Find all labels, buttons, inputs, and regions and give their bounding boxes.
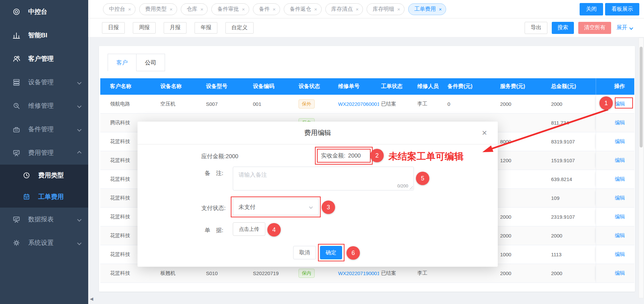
search-button[interactable]: 搜索 bbox=[552, 22, 574, 34]
order-no-link[interactable]: WX202207060001 bbox=[338, 101, 379, 107]
vertical-scrollbar-thumb[interactable] bbox=[640, 47, 643, 147]
table-cell: 已结案 bbox=[379, 270, 413, 276]
cell-actions: 编辑 bbox=[596, 208, 634, 226]
period-button-周报[interactable]: 周报 bbox=[133, 22, 156, 34]
chevron-down-icon bbox=[77, 127, 82, 132]
table-cell: 2000 bbox=[491, 270, 543, 276]
table-cell: 2000 bbox=[491, 233, 543, 238]
sidebar-item-智能BI[interactable]: 智能BI bbox=[0, 24, 88, 47]
period-button-月报[interactable]: 月报 bbox=[164, 22, 186, 34]
confirm-button[interactable]: 确定 bbox=[320, 246, 342, 259]
upload-button[interactable]: 点击上传 bbox=[233, 222, 265, 236]
close-tab-icon[interactable]: × bbox=[201, 6, 204, 12]
horizontal-scroll-left-arrow[interactable]: ◀ bbox=[90, 296, 93, 301]
cell-device-status: 保外 bbox=[297, 99, 335, 108]
tab-客户[interactable]: 客户 bbox=[108, 54, 137, 71]
received-amount-field[interactable]: 实收金额: 2000 bbox=[317, 149, 371, 163]
expand-link[interactable]: 展开 bbox=[616, 24, 633, 31]
edit-link[interactable]: 编辑 bbox=[615, 157, 625, 164]
cell-actions: 编辑 bbox=[596, 114, 634, 132]
close-tab-icon[interactable]: × bbox=[128, 6, 131, 12]
annotation-circle-5: 5 bbox=[416, 172, 429, 185]
table-cell: 2000 bbox=[543, 233, 596, 238]
table-cell: 1113 bbox=[543, 252, 596, 257]
table-cell: 2000 bbox=[543, 101, 596, 107]
sidebar-item-费用管理[interactable]: 费用管理 bbox=[0, 141, 88, 165]
export-button[interactable]: 导出 bbox=[525, 22, 547, 34]
edit-link[interactable]: 编辑 bbox=[615, 214, 625, 220]
sidebar-item-客户管理[interactable]: 客户管理 bbox=[0, 47, 88, 71]
close-tab-icon[interactable]: × bbox=[397, 6, 400, 12]
close-button[interactable]: 关闭 bbox=[580, 3, 603, 15]
table-cell: 1519.9107 bbox=[543, 158, 596, 163]
table-cell: 花篮科技 bbox=[100, 270, 153, 276]
page-tab-备件[interactable]: 备件× bbox=[253, 3, 280, 15]
edit-link[interactable]: 编辑 bbox=[615, 120, 625, 126]
sidebar-item-备件管理[interactable]: 备件管理 bbox=[0, 118, 88, 141]
close-tab-icon[interactable]: × bbox=[356, 6, 359, 12]
close-icon[interactable]: × bbox=[482, 128, 487, 137]
payable-amount-label: 应付金额:2000 bbox=[201, 153, 238, 160]
order-no-link[interactable]: WX202207190001 bbox=[338, 270, 379, 276]
page-tab-库存清点[interactable]: 库存清点× bbox=[325, 3, 363, 15]
close-tab-icon[interactable]: × bbox=[439, 6, 442, 12]
clear-all-button[interactable]: 清空所有 bbox=[578, 22, 611, 34]
sidebar-item-中控台[interactable]: 中控台 bbox=[0, 0, 88, 24]
table-cell: 李工 bbox=[413, 270, 443, 276]
sidebar-item-工单费用[interactable]: 工单费用 bbox=[0, 186, 88, 208]
sidebar-item-维修管理[interactable]: 维修管理 bbox=[0, 94, 88, 118]
edit-link[interactable]: 编辑 bbox=[615, 176, 625, 182]
cell-actions: 编辑 bbox=[596, 151, 634, 170]
page-tab-备件返仓[interactable]: 备件返仓× bbox=[284, 3, 322, 15]
note-textarea[interactable]: 请输入备注 0/200 bbox=[233, 167, 414, 190]
page-tab-工单费用[interactable]: 工单费用× bbox=[408, 3, 446, 15]
close-tab-icon[interactable]: × bbox=[170, 6, 173, 12]
cancel-button[interactable]: 取消 bbox=[293, 246, 316, 259]
sidebar-item-label: 客户管理 bbox=[28, 54, 54, 63]
cell-actions: 编辑 bbox=[596, 226, 634, 245]
period-button-年报[interactable]: 年报 bbox=[195, 22, 217, 34]
edit-link[interactable]: 编辑 bbox=[615, 101, 625, 107]
sidebar-item-数据报表[interactable]: 数据报表 bbox=[0, 208, 88, 231]
page-tab-费用类型[interactable]: 费用类型× bbox=[139, 3, 177, 15]
column-header-设备编码: 设备编码 bbox=[248, 83, 297, 90]
column-header-总金额(元): 总金额(元) bbox=[543, 83, 596, 90]
sidebar-item-label: 费用类型 bbox=[38, 171, 64, 180]
column-header-设备状态: 设备状态 bbox=[297, 83, 335, 90]
tab-公司[interactable]: 公司 bbox=[137, 54, 165, 71]
page-tab-中控台[interactable]: 中控台× bbox=[103, 3, 136, 15]
close-tab-icon[interactable]: × bbox=[273, 6, 276, 12]
pay-status-select[interactable]: 未支付 bbox=[233, 199, 319, 215]
column-header-操作: 操作 bbox=[596, 78, 634, 95]
column-header-设备型号: 设备型号 bbox=[201, 83, 248, 90]
top-tab-bar: 中控台×费用类型×仓库×备件审批×备件×备件返仓×库存清点×库存明细×工单费用×… bbox=[88, 0, 644, 18]
page-tab-备件审批[interactable]: 备件审批× bbox=[211, 3, 249, 15]
period-button-日报[interactable]: 日报 bbox=[102, 22, 125, 34]
period-button-自定义[interactable]: 自定义 bbox=[225, 22, 254, 34]
sidebar-item-费用类型[interactable]: 费用类型 bbox=[0, 165, 88, 186]
table-cell: 8000 bbox=[491, 139, 543, 144]
device-status-badge: 保内 bbox=[299, 269, 315, 277]
table-cell: 1200 bbox=[491, 158, 543, 163]
edit-link[interactable]: 编辑 bbox=[615, 138, 625, 145]
edit-link[interactable]: 编辑 bbox=[615, 270, 625, 276]
edit-link[interactable]: 编辑 bbox=[615, 232, 625, 239]
page-tab-仓库[interactable]: 仓库× bbox=[181, 3, 208, 15]
page-tab-库存明细[interactable]: 库存明细× bbox=[367, 3, 405, 15]
close-tab-icon[interactable]: × bbox=[314, 6, 317, 12]
textarea-resize-handle[interactable] bbox=[410, 186, 413, 189]
close-tab-icon[interactable]: × bbox=[242, 6, 245, 12]
table-cell: 领航电路 bbox=[100, 101, 153, 107]
edit-link[interactable]: 编辑 bbox=[615, 195, 625, 201]
chevron-down-icon bbox=[77, 241, 82, 245]
sidebar-item-label: 数据报表 bbox=[28, 215, 54, 224]
edit-link[interactable]: 编辑 bbox=[615, 251, 625, 258]
table-row: 领航电路空压机S007001保外WX202207060001已结案李工02000… bbox=[100, 95, 634, 114]
column-header-维修人员: 维修人员 bbox=[413, 83, 443, 90]
vertical-scrollbar[interactable] bbox=[639, 38, 644, 298]
sidebar-item-设备管理[interactable]: 设备管理 bbox=[0, 71, 88, 94]
board-display-button[interactable]: 看板展示 bbox=[605, 3, 639, 15]
table-cell: 2000 bbox=[491, 101, 543, 107]
dialog-divider bbox=[138, 144, 498, 144]
sidebar-item-系统设置[interactable]: 系统设置 bbox=[0, 231, 88, 255]
